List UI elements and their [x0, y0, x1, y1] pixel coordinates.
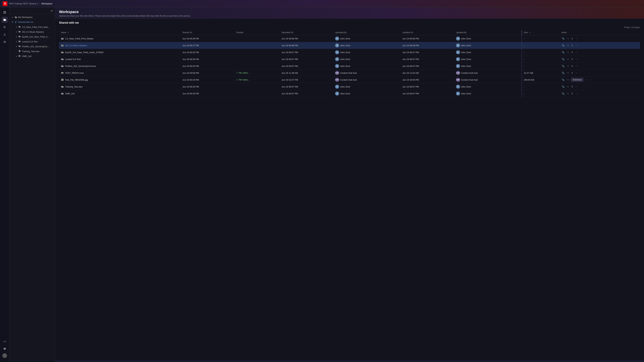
- th-shared-on[interactable]: Shared On: [180, 30, 234, 35]
- cell-shared-on-3: Jun 19 06:35 PM: [180, 56, 234, 63]
- settings-icon[interactable]: [2, 346, 8, 352]
- more-icon-3[interactable]: ⋯: [575, 57, 578, 61]
- share-icon-5[interactable]: ↪: [566, 71, 569, 75]
- th-transfer[interactable]: Transfer: [234, 30, 280, 35]
- uploader-cell-2: JZJohn Zinni: [335, 50, 398, 54]
- download-icon-8[interactable]: ⬇: [571, 92, 574, 95]
- svg-rect-4: [4, 26, 6, 27]
- table-row[interactable]: 401 2.0 Music MastersJun 19 06:37 PMJun …: [59, 42, 640, 49]
- sidebar-upload-icon[interactable]: [2, 31, 8, 37]
- table-row[interactable]: 2.0_Near_Field_Print_MasterJun 19 06:36 …: [59, 35, 640, 42]
- folder-icon: [61, 44, 64, 47]
- cell-name-8[interactable]: VMR_2x0: [59, 90, 180, 97]
- cell-name-2[interactable]: Ep205_2x0_Near_Field_Audio_STEMS: [59, 49, 180, 56]
- table-row[interactable]: Locked Cut TestJun 19 06:35 PMJun 19 06:…: [59, 56, 640, 63]
- more-icon-6[interactable]: ⋯: [585, 78, 588, 81]
- more-icon-7[interactable]: ⋯: [575, 85, 578, 88]
- uploader-avatar-7: JZ: [335, 85, 339, 89]
- cell-name-0[interactable]: 2.0_Near_Field_Print_Master: [59, 35, 180, 42]
- th-size[interactable]: Size ⇅: [522, 30, 559, 35]
- table-row[interactable]: TEST_PROXY.movJun 19 05:58 PM✓File Uploa…: [59, 69, 640, 76]
- attach-icon-8[interactable]: 📎: [561, 92, 565, 95]
- cell-name-3[interactable]: Locked Cut Test: [59, 56, 180, 63]
- action-cell-2: 📎 ↪ ⬇ ⋯: [561, 51, 638, 54]
- table-row[interactable]: Test_File_RENAME.jpgJun 19 05:19 PM✓File…: [59, 76, 640, 83]
- table-row[interactable]: ProRes_422_ServicingTurnoverJun 19 06:35…: [59, 63, 640, 69]
- download-icon-5[interactable]: ⬇: [571, 71, 574, 75]
- cell-name-6[interactable]: Test_File_RENAME.jpg: [59, 76, 180, 83]
- tree-item-arrow-5: [16, 50, 18, 52]
- tree-item-arrow-0: ▶: [16, 26, 18, 28]
- download-icon-7[interactable]: ⬇: [571, 85, 574, 88]
- sidebar-collapse-icon[interactable]: [2, 339, 8, 345]
- row-name-0: 2.0_Near_Field_Print_Master: [65, 37, 94, 40]
- sidebar-item-shared-with-me[interactable]: ▶ Shared with me: [10, 19, 55, 24]
- share-icon-2[interactable]: ↪: [566, 51, 569, 54]
- tree-item-1[interactable]: ▶401 2.0 Music Masters: [10, 29, 54, 34]
- more-icon-5[interactable]: ⋯: [575, 71, 578, 75]
- attach-icon-4[interactable]: 📎: [561, 64, 565, 68]
- bottom-scrollbar[interactable]: [55, 361, 644, 362]
- cell-name-4[interactable]: ProRes_422_ServicingTurnover: [59, 63, 180, 69]
- download-icon-2[interactable]: ⬇: [571, 51, 574, 54]
- download-icon-3[interactable]: ⬇: [571, 57, 574, 61]
- attach-icon-3[interactable]: 📎: [561, 57, 565, 61]
- folder-icon: [61, 58, 64, 60]
- sidebar-list-icon[interactable]: [2, 39, 8, 45]
- attach-icon-0[interactable]: 📎: [561, 37, 565, 40]
- cell-uploaded-on-2: Jun 19 06:07 PM: [280, 49, 333, 56]
- updater-avatar-3: JZ: [456, 57, 460, 61]
- cell-name-1[interactable]: 401 2.0 Music Masters: [59, 42, 180, 49]
- attach-icon-1[interactable]: 📎: [561, 44, 565, 47]
- cell-action-6: 📎 ↪ Download ⋯: [559, 76, 640, 83]
- cell-updated-on-2: Jun 19 06:07 PM: [400, 49, 454, 56]
- sidebar-timeline-icon[interactable]: [2, 24, 8, 30]
- updater-cell-5: CHKContent Hub Karl: [456, 71, 520, 75]
- more-icon-0[interactable]: ⋯: [575, 37, 578, 40]
- share-icon-6[interactable]: ↪: [566, 78, 569, 81]
- uploader-avatar-8: JZ: [335, 91, 339, 95]
- tree-item-3[interactable]: ▶Locked Cut Test: [10, 39, 54, 44]
- share-icon-7[interactable]: ↪: [566, 85, 569, 88]
- share-icon-8[interactable]: ↪: [566, 92, 569, 95]
- user-avatar[interactable]: [2, 353, 7, 358]
- share-icon-0[interactable]: ↪: [566, 37, 569, 40]
- sidebar-item-my-workspace[interactable]: ▶ My Workspace: [10, 15, 55, 19]
- share-icon-3[interactable]: ↪: [566, 57, 569, 61]
- cell-name-7[interactable]: Training_Test.wav: [59, 83, 180, 90]
- th-updated-by[interactable]: Updated By: [454, 30, 522, 35]
- th-updated-on[interactable]: Updated On: [400, 30, 454, 35]
- more-icon-8[interactable]: ⋯: [575, 92, 578, 95]
- more-icon-1[interactable]: ⋯: [575, 44, 578, 47]
- th-uploaded-on[interactable]: Uploaded On: [280, 30, 333, 35]
- attach-icon-7[interactable]: 📎: [561, 85, 565, 88]
- share-icon-4[interactable]: ↪: [566, 64, 569, 68]
- attach-icon-2[interactable]: 📎: [561, 51, 565, 54]
- cell-name-5[interactable]: TEST_PROXY.mov: [59, 69, 180, 76]
- cell-updated-by-8: JZJohn Zinni: [454, 90, 522, 97]
- table-row[interactable]: Ep205_2x0_Near_Field_Audio_STEMSJun 19 0…: [59, 49, 640, 56]
- sidebar-grid-icon[interactable]: [2, 9, 8, 15]
- tree-item-5[interactable]: Training_Test.wav: [10, 49, 54, 54]
- table-row[interactable]: Training_Test.wavJun 19 06:35 PMJun 19 0…: [59, 83, 640, 90]
- attach-icon-5[interactable]: 📎: [561, 71, 565, 75]
- download-icon-0[interactable]: ⬇: [571, 37, 574, 40]
- tree-item-4[interactable]: ▶ProRes_422_ServicingTur...: [10, 44, 54, 49]
- topbar: N NPS Training TEST: Season 1 / Workspac…: [0, 0, 644, 7]
- breadcrumb-project[interactable]: NPS Training TEST: Season 1: [9, 2, 38, 5]
- tree-item-6[interactable]: ▶VMR_2x0: [10, 54, 54, 58]
- share-icon-1[interactable]: ↪: [566, 44, 569, 47]
- tree-item-0[interactable]: ▶2.0_Near_Field_Print_Mas...: [10, 25, 54, 29]
- download-icon-4[interactable]: ⬇: [571, 64, 574, 68]
- updater-avatar-5: CHK: [456, 71, 460, 75]
- sidebar-folder-icon[interactable]: [2, 17, 8, 23]
- attach-icon-6[interactable]: 📎: [561, 78, 565, 81]
- download-icon-1[interactable]: ⬇: [571, 44, 574, 47]
- tree-item-2[interactable]: ▶Ep205_2x0_Near_Field_A...: [10, 34, 54, 39]
- tree-collapse-icon[interactable]: ⇄: [51, 9, 53, 12]
- th-uploaded-by[interactable]: Uploaded By: [333, 30, 400, 35]
- more-icon-2[interactable]: ⋯: [575, 51, 578, 54]
- table-row[interactable]: VMR_2x0Jun 19 06:35 PMJun 19 06:07 PMJZJ…: [59, 90, 640, 97]
- th-name[interactable]: Name ⇅: [59, 30, 180, 35]
- more-icon-4[interactable]: ⋯: [575, 64, 578, 68]
